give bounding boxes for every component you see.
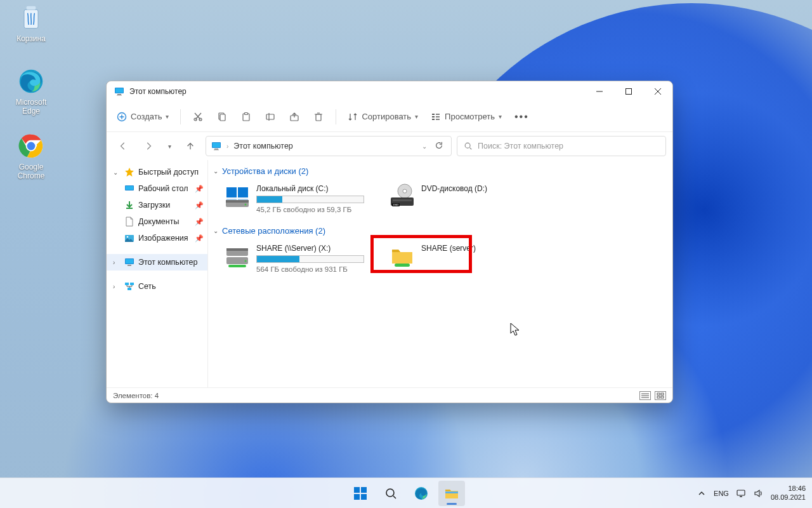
drive-freespace: 45,2 ГБ свободно из 59,3 ГБ	[256, 204, 364, 215]
status-bar: Элементов: 4	[107, 387, 672, 403]
chevron-right-icon: ›	[113, 259, 121, 266]
view-icon	[431, 112, 441, 122]
taskbar-explorer-button[interactable]	[438, 481, 465, 506]
arrow-left-icon	[119, 142, 128, 150]
desktop-icon-edge[interactable]: Microsoft Edge	[6, 67, 56, 116]
category-devices[interactable]: ⌄Устройства и диски (2)	[209, 164, 665, 181]
system-tray: ENG 18:46 08.09.2021	[696, 485, 812, 502]
nav-bar: ▾ › Этот компьютер ⌄	[107, 132, 672, 160]
drive-name: DVD-дисковод (D:)	[421, 184, 487, 194]
chevron-down-icon: ⌄	[113, 169, 121, 176]
minimize-button[interactable]	[585, 81, 614, 102]
chevron-down-icon: ▾	[166, 113, 169, 120]
desktop-icon-recycle-bin[interactable]: Корзина	[6, 4, 56, 43]
search-icon	[384, 487, 397, 500]
share-button[interactable]	[284, 106, 305, 128]
new-button[interactable]: Создать▾	[112, 106, 174, 128]
copy-button[interactable]	[211, 106, 233, 128]
svg-rect-50	[128, 265, 131, 266]
chevron-up-icon	[698, 490, 705, 497]
svg-rect-79	[661, 396, 664, 398]
paste-icon	[241, 112, 251, 122]
sidebar-item-quick-access[interactable]: ⌄ Быстрый доступ	[107, 164, 207, 180]
storage-bar	[256, 255, 364, 263]
delete-button[interactable]	[308, 106, 329, 128]
forward-button[interactable]	[138, 136, 159, 156]
svg-rect-72	[395, 264, 410, 267]
recycle-bin-icon	[17, 4, 45, 32]
maximize-button[interactable]	[614, 81, 643, 102]
desktop-icon-chrome[interactable]: Google Chrome	[6, 132, 56, 180]
arrow-up-icon	[186, 142, 195, 150]
cut-button[interactable]	[187, 106, 209, 128]
category-network[interactable]: ⌄Сетевые расположения (2)	[209, 224, 665, 241]
thumbnails-view-button[interactable]	[655, 391, 666, 400]
svg-rect-51	[125, 283, 129, 285]
svg-rect-76	[657, 393, 660, 395]
desktop-icon-label: Корзина	[16, 34, 46, 43]
desktop-icon	[124, 184, 134, 194]
drive-freespace: 564 ГБ свободно из 931 ГБ	[256, 264, 364, 274]
sidebar-item-pictures[interactable]: Изображения📌	[107, 230, 207, 246]
rename-button[interactable]	[259, 106, 281, 128]
svg-rect-33	[432, 119, 435, 120]
chevron-down-icon: ▾	[168, 143, 171, 150]
clock[interactable]: 18:46 08.09.2021	[771, 485, 806, 502]
recent-locations-button[interactable]: ▾	[164, 136, 175, 156]
up-button[interactable]	[180, 136, 200, 156]
network-drive-share-x[interactable]: SHARE (\\Server) (X:) 564 ГБ свободно из…	[221, 241, 373, 277]
start-button[interactable]	[347, 481, 374, 506]
svg-rect-80	[354, 487, 360, 493]
pin-icon: 📌	[195, 218, 204, 226]
sidebar-item-desktop[interactable]: Рабочий стол📌	[107, 180, 207, 197]
network-tray-icon[interactable]	[735, 489, 747, 498]
refresh-button[interactable]	[432, 141, 446, 152]
breadcrumb[interactable]: Этот компьютер	[233, 142, 292, 150]
taskbar-search-button[interactable]	[377, 481, 404, 506]
taskbar-edge-button[interactable]	[408, 481, 435, 506]
sort-button[interactable]: Сортировать▾	[343, 106, 423, 128]
sidebar-item-documents[interactable]: Документы📌	[107, 213, 207, 230]
view-button[interactable]: Просмотреть▾	[426, 106, 507, 128]
command-bar: Создать▾ Сортировать▾ Просмотреть▾ •••	[107, 102, 672, 132]
search-box[interactable]	[457, 136, 666, 156]
svg-point-62	[403, 189, 407, 193]
drive-local-c[interactable]: Локальный диск (C:) 45,2 ГБ свободно из …	[221, 181, 373, 217]
close-button[interactable]	[643, 81, 672, 102]
back-button[interactable]	[113, 136, 133, 156]
search-icon	[464, 142, 473, 150]
address-bar[interactable]: › Этот компьютер ⌄	[206, 136, 452, 156]
svg-rect-88	[737, 490, 745, 495]
copy-icon	[217, 112, 227, 122]
titlebar[interactable]: Этот компьютер	[107, 81, 672, 102]
more-button[interactable]: •••	[509, 106, 534, 128]
svg-point-70	[245, 260, 247, 262]
sidebar-item-network[interactable]: › Сеть	[107, 278, 207, 295]
content-area[interactable]: ⌄Устройства и диски (2) Локальный диск (…	[208, 160, 672, 387]
search-input[interactable]	[478, 142, 659, 150]
svg-rect-9	[117, 95, 122, 96]
sidebar-item-this-pc[interactable]: › Этот компьютер	[107, 254, 207, 271]
taskbar: ENG 18:46 08.09.2021	[0, 478, 812, 508]
svg-rect-31	[432, 114, 435, 115]
paste-button[interactable]	[235, 106, 257, 128]
language-indicator[interactable]: ENG	[714, 490, 729, 497]
sidebar-item-downloads[interactable]: Загрузки📌	[107, 197, 207, 213]
share-icon	[289, 112, 299, 122]
pin-icon: 📌	[195, 201, 204, 210]
drive-dvd-d[interactable]: DVD DVD-дисковод (D:)	[386, 181, 538, 217]
windows-logo-icon	[353, 486, 367, 500]
svg-rect-22	[220, 114, 225, 121]
details-view-button[interactable]	[639, 391, 651, 400]
chevron-down-icon: ⌄	[213, 168, 218, 175]
svg-rect-87	[445, 491, 458, 493]
svg-rect-49	[126, 259, 133, 264]
chevron-down-icon[interactable]: ⌄	[422, 143, 427, 150]
svg-rect-53	[128, 288, 131, 290]
tray-overflow-button[interactable]	[696, 490, 707, 497]
download-icon	[124, 200, 134, 210]
volume-tray-icon[interactable]	[753, 489, 764, 498]
network-location-share[interactable]: SHARE (server)	[386, 241, 538, 277]
chrome-icon	[17, 132, 45, 160]
sort-icon	[348, 112, 358, 122]
